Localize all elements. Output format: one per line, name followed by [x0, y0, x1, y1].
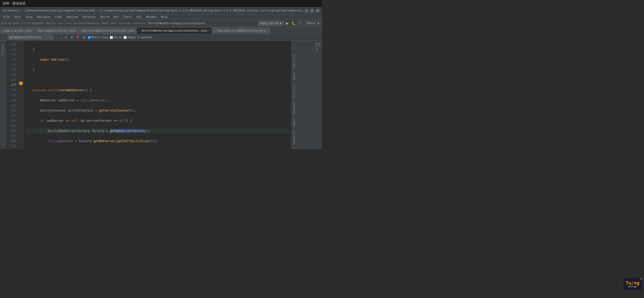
java-icon: ☕ [214, 29, 215, 32]
match-case-option[interactable]: Match Case [88, 36, 108, 39]
words-label: Words [114, 36, 122, 39]
debug-button[interactable]: 🐛 [290, 21, 297, 26]
search-pin[interactable]: 📍 [75, 35, 81, 39]
ln-184: 184 [6, 118, 18, 123]
bc-item-class[interactable]: ServletWebServerApplicationContext [148, 22, 205, 25]
ide-title-bar: hellowrold – [ideaworkspace/java/springb… [0, 7, 322, 14]
words-checkbox[interactable] [110, 36, 113, 39]
menu-code[interactable]: Code [53, 15, 64, 19]
tab-close-icon[interactable]: ✕ [267, 29, 268, 32]
tab-label: SpringApplication.java [38, 29, 76, 32]
code-line-176: if (webServer == null && servletContext … [25, 118, 289, 123]
menu-window[interactable]: Window [144, 15, 158, 19]
web-label[interactable]: Web [292, 146, 322, 149]
structure-label[interactable]: Structure [292, 82, 322, 100]
menu-edit[interactable]: Edit [12, 15, 23, 19]
search-nav-prev[interactable]: ← [2, 35, 6, 39]
ln-179: 179 [6, 93, 18, 98]
tab-label: TomcatServletWebServerFactory [216, 29, 265, 32]
database-label[interactable]: Database [292, 100, 322, 116]
tab-tomcat-factory[interactable]: ☕ TomcatServletWebServerFactory ✕ [212, 27, 270, 34]
tab-bar: ☕ Application.java ☕ SpringApplication.j… [0, 27, 322, 34]
jrebel-label[interactable]: JRebel ▼ [304, 21, 321, 25]
menu-analyze[interactable]: Analyze [64, 15, 80, 19]
code-line-171: } [25, 67, 289, 72]
search-nav-up[interactable]: ↑ [55, 35, 58, 39]
menu-run[interactable]: Run [112, 15, 121, 19]
bc-item-web[interactable]: web [111, 22, 116, 25]
menu-file[interactable]: File [1, 15, 12, 19]
regex-label: Regex [127, 36, 136, 39]
run-config-label: Application [260, 22, 279, 25]
words-option[interactable]: Words [110, 36, 122, 39]
menu-view[interactable]: View [24, 15, 35, 19]
ln-176: 176 [6, 77, 18, 83]
ln-177: 177 [6, 83, 18, 88]
menu-refactor[interactable]: Refactor [81, 15, 98, 19]
ln-169: 169 [6, 42, 18, 47]
search-nav-down[interactable]: ↓ [60, 35, 63, 39]
tab-label: AbstractApplicationContext.java [82, 29, 135, 32]
tab-springapplication-java[interactable]: ☕ SpringApplication.java [34, 27, 78, 34]
menu-navigate[interactable]: Navigate [35, 15, 53, 19]
code-line-179: getBeanFactory().registerSingleton( bean… [25, 149, 289, 149]
ln-181: 181 [6, 103, 18, 108]
menu-tools[interactable]: Tools [121, 15, 134, 19]
tab-close-icon[interactable]: ✕ [208, 29, 210, 32]
tab-servletwebserver-java[interactable]: ☕ ServletWebServerApplicationContext.jav… [137, 27, 212, 34]
search-close[interactable]: ✕ [64, 35, 68, 39]
close-button[interactable]: ✕ [316, 9, 319, 12]
ln-189: 189 [6, 144, 18, 149]
bc-item-boot[interactable]: boot [102, 22, 109, 25]
menu-vcs[interactable]: VCS [134, 15, 143, 19]
ln-171: 171 [6, 52, 18, 57]
menu-help[interactable]: Help [159, 15, 170, 19]
favorites-label[interactable]: Favorites [292, 128, 322, 146]
ln-170: 170 [6, 47, 18, 52]
maven-label[interactable]: Maven [292, 70, 322, 82]
line-numbers: 169 170 171 172 173 174 175 176 177 178 … [6, 41, 18, 149]
ln-175: 175 [6, 72, 18, 77]
hierarchy-label[interactable]: Hierarchy [292, 52, 322, 70]
bc-item-jar[interactable]: spring-boot-2.3.5.RELEASE-sources.jar [1, 22, 63, 25]
ln-188: 188 [6, 139, 18, 144]
match-case-checkbox[interactable] [88, 36, 91, 39]
window-title-bar: 讲师：图灵徐庶 [0, 0, 322, 7]
ln-183: 183 [6, 113, 18, 118]
bc-item-context[interactable]: context [134, 22, 145, 25]
editor: 169 170 171 172 173 174 175 176 177 178 … [6, 41, 291, 149]
match-count: 2 matches [137, 36, 153, 39]
tab-application-java[interactable]: ☕ Application.java [0, 27, 34, 34]
bc-item-springframework[interactable]: springframework [74, 22, 99, 25]
main-area: Project 169 170 171 172 173 174 175 176 … [0, 41, 322, 149]
java-icon: ☕ [2, 29, 4, 32]
breadcrumb: spring-boot-2.3.5.RELEASE-sources.jar › … [1, 22, 205, 25]
bc-item-servlet[interactable]: servlet [119, 22, 131, 25]
project-panel-label[interactable]: Project [1, 42, 5, 57]
coverage-button[interactable]: ⛉ [298, 21, 303, 26]
ln-174: 174 [6, 67, 18, 72]
toolbar: spring-boot-2.3.5.RELEASE-sources.jar › … [0, 20, 322, 27]
minimize-button[interactable]: — [305, 9, 308, 12]
gutter-warning-icon[interactable]: ! [19, 82, 23, 85]
ln-172: 172 [6, 57, 18, 62]
right-panels: Ant Build Hierarchy Maven Structure Data… [291, 41, 322, 149]
run-button[interactable]: ▶ [285, 21, 289, 26]
rebel-label[interactable]: Rebel [292, 116, 322, 128]
regex-checkbox[interactable] [124, 36, 127, 39]
ant-build-label[interactable]: Ant Build [292, 41, 322, 52]
search-refresh[interactable]: ⟳ [70, 35, 74, 39]
search-input[interactable] [8, 35, 53, 40]
tab-label: ServletWebServerApplicationContext.java [141, 29, 207, 32]
run-config-selector[interactable]: Application ▼ [258, 21, 284, 26]
maximize-button[interactable]: □ [310, 9, 314, 12]
bc-item-org[interactable]: org [66, 22, 71, 25]
tab-abstractapplication-java[interactable]: ☕ AbstractApplicationContext.java [78, 27, 137, 34]
regex-option[interactable]: Regex [124, 36, 136, 39]
code-editor[interactable]: } super.doClose(); } private void create… [23, 41, 291, 149]
java-icon: ☕ [139, 29, 140, 32]
gutter: ! [18, 41, 23, 149]
menu-build[interactable]: Build [99, 15, 111, 19]
search-filter[interactable]: ⊟ [82, 35, 86, 39]
search-bar: ← ↑ ↓ ✕ ⟳ 📍 ⊟ Match Case Words Regex 2 m… [0, 34, 322, 41]
